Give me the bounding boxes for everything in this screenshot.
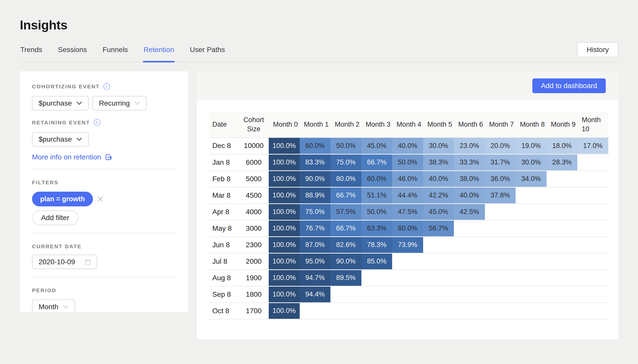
- cohort-date: Aug 8: [209, 270, 239, 286]
- retention-cell[interactable]: 56.7%: [423, 220, 454, 237]
- retention-cell[interactable]: 100.0%: [269, 171, 300, 187]
- retention-cell[interactable]: 33.3%: [454, 154, 485, 171]
- retention-cell[interactable]: 60.0%: [361, 171, 392, 187]
- retention-cell[interactable]: 100.0%: [269, 237, 300, 253]
- retention-cell[interactable]: 85.0%: [361, 253, 392, 270]
- retention-cell[interactable]: 50.0%: [330, 138, 361, 154]
- retention-cell[interactable]: 80.0%: [330, 171, 361, 187]
- retention-cell[interactable]: 73.9%: [392, 237, 423, 253]
- retention-cell[interactable]: 31.7%: [485, 154, 516, 171]
- retention-cell[interactable]: 95.0%: [300, 253, 331, 270]
- retention-cell[interactable]: 30.0%: [516, 154, 547, 171]
- cohortizing-event-select[interactable]: $purchase: [32, 96, 89, 110]
- retention-cell[interactable]: 60.0%: [392, 220, 423, 237]
- retention-cell[interactable]: 78.3%: [361, 237, 392, 253]
- period-select[interactable]: Month: [32, 300, 75, 312]
- retention-cell[interactable]: 42.5%: [454, 204, 485, 220]
- retention-cell[interactable]: 47.5%: [392, 204, 423, 220]
- cohort-size: 1800: [239, 286, 269, 303]
- retention-cell[interactable]: 100.0%: [269, 253, 300, 270]
- retention-cell[interactable]: 66.7%: [361, 154, 392, 171]
- retention-cell[interactable]: 94.7%: [300, 270, 331, 286]
- retention-cell[interactable]: 38.0%: [454, 171, 485, 187]
- tab-funnels[interactable]: Funnels: [102, 40, 129, 62]
- history-button[interactable]: History: [577, 42, 618, 57]
- retention-cell[interactable]: 100.0%: [269, 220, 300, 237]
- empty-cell: [577, 237, 608, 253]
- retention-cell[interactable]: 90.0%: [300, 171, 331, 187]
- retention-cell[interactable]: 66.7%: [330, 187, 361, 204]
- retention-cell[interactable]: 40.0%: [454, 187, 485, 204]
- retention-cell[interactable]: 60.0%: [300, 138, 331, 154]
- tab-sessions[interactable]: Sessions: [57, 40, 87, 62]
- tab-trends[interactable]: Trends: [20, 40, 43, 62]
- filter-chip-row: plan = growth: [32, 192, 176, 206]
- empty-cell: [577, 171, 608, 187]
- retention-cell[interactable]: 75.0%: [300, 204, 331, 220]
- retention-cell[interactable]: 38.3%: [423, 154, 454, 171]
- retaining-event-select[interactable]: $purchase: [32, 132, 89, 146]
- cohortizing-mode-select[interactable]: Recurring: [92, 96, 147, 110]
- filter-chip[interactable]: plan = growth: [32, 192, 93, 206]
- retention-cell[interactable]: 76.7%: [300, 220, 331, 237]
- retention-cell[interactable]: 30.0%: [423, 138, 454, 154]
- retention-cell[interactable]: 45.0%: [423, 204, 454, 220]
- retention-cell[interactable]: 20.0%: [485, 138, 516, 154]
- retention-cell[interactable]: 100.0%: [269, 286, 300, 303]
- retention-cell[interactable]: 88.9%: [300, 187, 331, 204]
- cohortizing-event-value: $purchase: [39, 99, 72, 107]
- retention-cell[interactable]: 28.3%: [547, 154, 578, 171]
- retention-cell[interactable]: 82.6%: [330, 237, 361, 253]
- retention-cell[interactable]: 100.0%: [269, 138, 300, 154]
- remove-filter-icon[interactable]: [97, 196, 104, 202]
- filters-label: FILTERS: [32, 179, 176, 186]
- retention-cell[interactable]: 40.0%: [423, 171, 454, 187]
- retention-cell[interactable]: 90.0%: [330, 253, 361, 270]
- retention-cell[interactable]: 63.3%: [361, 220, 392, 237]
- retention-cell[interactable]: 40.0%: [392, 138, 423, 154]
- column-header-month-2: Month 2: [330, 111, 361, 138]
- divider: [32, 277, 176, 277]
- retention-cell[interactable]: 100.0%: [269, 187, 300, 204]
- retention-cell[interactable]: 100.0%: [269, 204, 300, 220]
- retention-cell[interactable]: 23.0%: [454, 138, 485, 154]
- retention-cell[interactable]: 46.0%: [392, 171, 423, 187]
- info-icon[interactable]: i: [103, 83, 110, 90]
- retention-cell[interactable]: 19.0%: [516, 138, 547, 154]
- empty-cell: [577, 154, 608, 171]
- current-date-input[interactable]: 2020-10-09: [32, 255, 97, 269]
- tab-user-paths[interactable]: User Paths: [189, 40, 226, 62]
- retention-cell[interactable]: 100.0%: [269, 270, 300, 286]
- retention-cell[interactable]: 37.8%: [485, 187, 516, 204]
- retention-cell[interactable]: 100.0%: [269, 303, 300, 319]
- retention-cell[interactable]: 66.7%: [330, 220, 361, 237]
- empty-cell: [485, 220, 516, 237]
- retention-cell[interactable]: 100.0%: [269, 154, 300, 171]
- empty-cell: [454, 253, 485, 270]
- more-info-retention-link[interactable]: More info on retention: [32, 153, 112, 161]
- empty-cell: [454, 303, 485, 319]
- retention-cell[interactable]: 57.5%: [330, 204, 361, 220]
- empty-cell: [300, 303, 331, 319]
- retention-cell[interactable]: 89.5%: [330, 270, 361, 286]
- retention-cell[interactable]: 50.0%: [361, 204, 392, 220]
- retention-cell[interactable]: 51.1%: [361, 187, 392, 204]
- retention-cell[interactable]: 42.2%: [423, 187, 454, 204]
- retention-cell[interactable]: 36.0%: [485, 171, 516, 187]
- retention-cell[interactable]: 17.0%: [577, 138, 608, 154]
- retention-cell[interactable]: 87.0%: [300, 237, 331, 253]
- retention-cell[interactable]: 45.0%: [361, 138, 392, 154]
- retention-cell[interactable]: 75.0%: [330, 154, 361, 171]
- retention-cell[interactable]: 83.3%: [300, 154, 331, 171]
- retention-cell[interactable]: 34.0%: [516, 171, 547, 187]
- retention-cell[interactable]: 94.4%: [300, 286, 331, 303]
- tab-retention[interactable]: Retention: [143, 40, 174, 62]
- empty-cell: [485, 204, 516, 220]
- retention-cell[interactable]: 44.4%: [392, 187, 423, 204]
- add-to-dashboard-button[interactable]: Add to dashboard: [532, 78, 606, 93]
- retention-cell[interactable]: 18.0%: [547, 138, 578, 154]
- retention-cell[interactable]: 50.0%: [392, 154, 423, 171]
- add-filter-button[interactable]: Add filter: [32, 210, 78, 225]
- period-label-text: PERIOD: [32, 287, 56, 293]
- info-icon[interactable]: i: [94, 119, 101, 126]
